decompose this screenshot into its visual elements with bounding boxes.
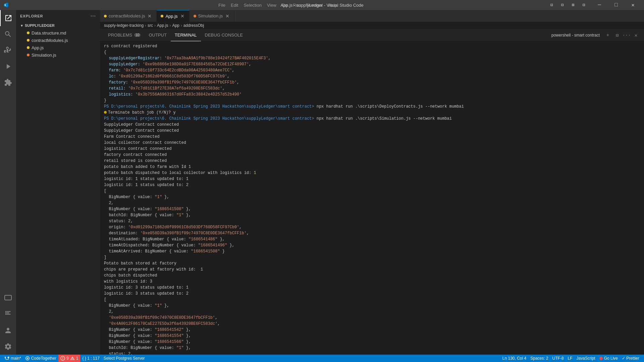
- status-golive[interactable]: Go Live: [597, 355, 620, 362]
- activity-accounts[interactable]: [0, 322, 16, 339]
- tab-close-button[interactable]: ✕: [180, 13, 185, 19]
- tab-modified-dot: [104, 15, 107, 17]
- status-errors[interactable]: 9 1: [58, 355, 80, 362]
- panel-add-button[interactable]: +: [604, 31, 612, 39]
- terminal-line: logistics: '0x3b7556A6963167d0FFa83c3884…: [104, 92, 640, 98]
- activity-remote[interactable]: [0, 290, 16, 306]
- svg-point-3: [599, 357, 603, 360]
- menu-view[interactable]: View: [264, 0, 279, 10]
- panel-tab-label: TERMINAL: [175, 33, 197, 38]
- status-eol[interactable]: LF: [566, 355, 575, 362]
- terminal-line: timeAtArrived: BigNumber { value: "16865…: [104, 248, 640, 254]
- sidebar-file-label: Simulation.js: [32, 53, 56, 58]
- terminal-line: 2,: [104, 309, 640, 315]
- activity-settings[interactable]: [0, 339, 16, 355]
- layout-btn-2[interactable]: ⊟: [557, 0, 568, 10]
- status-language[interactable]: JavaScript: [575, 355, 597, 362]
- panel-actions: powershell - smart contract + ⊟ ··· ✕: [551, 31, 640, 39]
- status-postgres[interactable]: Select Postgres Server: [102, 355, 147, 362]
- sidebar-file-data[interactable]: Data.structure.md: [16, 29, 100, 37]
- sidebar-file-simulation[interactable]: Simulation.js: [16, 51, 100, 59]
- menu-file[interactable]: File: [216, 0, 228, 10]
- terminal-line: supplyLedger: '0xe9b8866e198D0a01F7E6884…: [104, 61, 640, 67]
- layout-btn-4[interactable]: ⊟: [579, 0, 589, 10]
- close-button[interactable]: ✕: [625, 0, 641, 10]
- minimize-button[interactable]: ─: [592, 0, 607, 10]
- layout-btn-1[interactable]: ⊡: [547, 0, 557, 10]
- terminal-line: farm: '0x7c7d81c10f733c64E2cdBDda00A4250…: [104, 67, 640, 73]
- problems-badge: 10: [134, 33, 141, 37]
- tab-contractmodules[interactable]: contractModules.js ✕: [100, 10, 157, 22]
- terminal-line: retail: '0x7c7d81C1Bf27E38A7ef6a49208E6F…: [104, 85, 640, 92]
- sidebar-section-header[interactable]: ▼ SUPPLYLEDGER: [16, 22, 100, 29]
- error-count: 9: [66, 356, 69, 361]
- status-encoding[interactable]: UTF-8: [550, 355, 566, 362]
- terminal-line: rs contract registered: [104, 43, 640, 49]
- panel-tab-label: PROBLEMS: [108, 33, 132, 38]
- breadcrumb-part[interactable]: supply-ledger-tracking: [104, 23, 144, 28]
- breadcrumb: supply-ledger-tracking › src › App.js › …: [100, 22, 644, 29]
- layout-btn-3[interactable]: ⊞: [568, 0, 578, 10]
- status-bar: main* CodeTogether 9 1 { } 1 : 117 Selec…: [0, 355, 644, 362]
- terminal-line: [: [104, 297, 640, 303]
- breadcrumb-part[interactable]: addressObj: [183, 23, 204, 28]
- sidebar-section: ▼ SUPPLYLEDGER Data.structure.md contrac…: [16, 22, 100, 59]
- activity-docker[interactable]: [0, 306, 16, 322]
- prettier-label: ✓ Prettier: [622, 356, 639, 361]
- terminal-line: PS D:\personal projects\6. Chainlink Spr…: [104, 116, 640, 122]
- activity-debug[interactable]: [0, 58, 16, 74]
- terminal-line: Terminate batch job (Y/N)? y: [104, 110, 640, 116]
- panel-close-button[interactable]: ✕: [632, 31, 640, 39]
- status-codetogether[interactable]: CodeTogether: [23, 355, 58, 362]
- tab-app[interactable]: App.js ✕: [157, 10, 189, 22]
- tab-close-button[interactable]: ✕: [225, 13, 230, 19]
- terminal-line: }: [104, 98, 640, 104]
- activity-git[interactable]: [0, 42, 16, 58]
- panel-tab-debug-console[interactable]: DEBUG CONSOLE: [201, 29, 247, 41]
- panel-tab-label: OUTPUT: [149, 33, 166, 38]
- terminal-line: timeAtLoaded: BigNumber { value: "168654…: [104, 236, 640, 242]
- sidebar-file-contractmodules[interactable]: contractModules.js: [16, 37, 100, 44]
- postgres-label: Select Postgres Server: [104, 356, 145, 361]
- terminal-line: origin: '0xd01299a71862d0f09961C8d503Df7…: [104, 224, 640, 230]
- breadcrumb-part[interactable]: src: [148, 23, 153, 28]
- terminal-content[interactable]: rs contract registered { supplyLedgerReg…: [100, 41, 644, 355]
- breadcrumb-sep: ›: [181, 23, 182, 28]
- sidebar-menu-button[interactable]: ···: [91, 13, 96, 19]
- terminal-line: BigNumber { value: "1686541542" },: [104, 327, 640, 333]
- terminal-line: logistic id: 1 status updated to: 1: [104, 176, 640, 182]
- breadcrumb-part[interactable]: App.js: [157, 23, 168, 28]
- breadcrumb-part[interactable]: App: [172, 23, 179, 28]
- tab-simulation[interactable]: Simulation.js ✕: [190, 10, 235, 22]
- terminal-line: ]: [104, 254, 640, 260]
- terminal-line: potato batch dispatched to local collect…: [104, 170, 640, 176]
- panel-tab-problems[interactable]: PROBLEMS 10: [104, 29, 145, 41]
- status-branch[interactable]: main*: [3, 355, 23, 362]
- status-ln-col[interactable]: Ln 130, Col 4: [500, 355, 528, 362]
- terminal-line: logistic id: 3 status updated to: 2: [104, 291, 640, 297]
- activity-extensions[interactable]: [0, 74, 16, 90]
- activity-search[interactable]: [0, 26, 16, 42]
- status-spaces[interactable]: Spaces: 2: [528, 355, 550, 362]
- terminal-line: '0x4A0012F86170CaE227E5Da3f6a43920BE6FC5…: [104, 321, 640, 327]
- panel-tab-label: DEBUG CONSOLE: [205, 33, 243, 38]
- panel-tab-output[interactable]: OUTPUT: [145, 29, 170, 41]
- terminal-line: 2,: [104, 200, 640, 206]
- terminal-line: '0xe058D39a398fB1f09c74970C8E0DE3647fbCF…: [104, 315, 640, 321]
- tab-close-button[interactable]: ✕: [147, 13, 152, 19]
- terminal-line: batchId: BigNumber { value: "1" },: [104, 345, 640, 351]
- status-prettier[interactable]: ✓ Prettier: [620, 355, 641, 362]
- panel: PROBLEMS 10 OUTPUT TERMINAL DEBUG CONSOL…: [100, 29, 644, 355]
- sidebar-file-label: Data.structure.md: [32, 31, 66, 36]
- panel-tab-terminal[interactable]: TERMINAL: [171, 29, 201, 41]
- maximize-button[interactable]: □: [608, 0, 624, 10]
- status-lines[interactable]: { } 1 : 117: [80, 355, 101, 362]
- activity-explorer[interactable]: [0, 10, 16, 26]
- panel-more-button[interactable]: ···: [623, 31, 631, 39]
- menu-selection[interactable]: Selection: [241, 0, 264, 10]
- panel-split-button[interactable]: ⊟: [613, 31, 621, 39]
- sidebar-file-app[interactable]: App.js: [16, 44, 100, 51]
- terminal-line: with logistics id: 3: [104, 279, 640, 285]
- terminal-line: {: [104, 49, 640, 55]
- menu-edit[interactable]: Edit: [228, 0, 241, 10]
